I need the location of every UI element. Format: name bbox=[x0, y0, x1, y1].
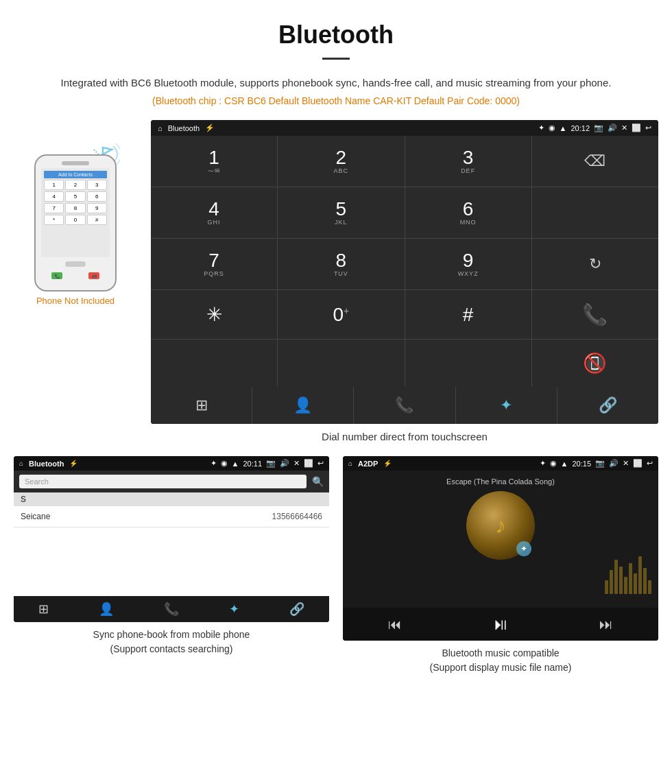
phone-speaker bbox=[62, 161, 89, 165]
ms-eq-bar-8 bbox=[638, 556, 642, 594]
phone-key-hash: # bbox=[87, 215, 107, 225]
dial-key-2[interactable]: 2 ABC bbox=[278, 136, 404, 187]
phone-key-star: * bbox=[44, 215, 64, 225]
call-icon[interactable]: 📞 bbox=[582, 302, 608, 326]
bluetooth-screen-label: Bluetooth bbox=[168, 124, 200, 132]
dial-key-hash[interactable]: # bbox=[405, 290, 531, 339]
pb-contact-name: Seicane bbox=[21, 512, 50, 521]
header-divider bbox=[322, 58, 350, 60]
phone-key-5: 5 bbox=[65, 191, 85, 202]
pb-nav-bt[interactable]: ✦ bbox=[229, 602, 239, 617]
dial-key-star[interactable]: ✳ bbox=[151, 290, 277, 339]
ms-next-icon[interactable]: ⏭ bbox=[599, 617, 613, 632]
ms-album-art: ♪ ✦ bbox=[466, 491, 535, 560]
status-left: ⌂ Bluetooth ⚡ bbox=[158, 123, 215, 132]
dial-grid: 1 ⁓✉ 2 ABC 3 DEF ⌫ 4 GHI bbox=[151, 136, 658, 387]
phone-key-9: 9 bbox=[87, 203, 107, 213]
signal-icon: ▲ bbox=[560, 124, 567, 132]
ms-bt-icon: ✦ bbox=[540, 459, 546, 468]
phone-key-4: 4 bbox=[44, 191, 64, 202]
dial-key-9[interactable]: 9 WXYZ bbox=[405, 239, 531, 289]
ms-vol-icon: 🔊 bbox=[609, 459, 619, 468]
nav-bluetooth[interactable]: ✦ bbox=[456, 387, 557, 424]
pb-status-bar: ⌂ Bluetooth ⚡ ✦ ◉ ▲ 20:11 📷 🔊 ✕ ⬜ ↩ bbox=[14, 456, 329, 471]
phone-key-1: 1 bbox=[44, 180, 64, 190]
pb-search-icon[interactable]: 🔍 bbox=[312, 476, 324, 487]
nav-dialpad[interactable]: ⊞ bbox=[151, 387, 252, 424]
camera-icon: 📷 bbox=[594, 123, 603, 132]
redial-icon: ↻ bbox=[589, 255, 601, 273]
volume-icon: 🔊 bbox=[608, 123, 617, 132]
dial-key-3[interactable]: 3 DEF bbox=[405, 136, 531, 187]
dial-backspace[interactable]: ⌫ bbox=[532, 136, 658, 187]
nav-settings[interactable]: 🔗 bbox=[557, 387, 658, 424]
phone-key-6: 6 bbox=[87, 191, 107, 202]
dial-key-0[interactable]: 0+ bbox=[278, 290, 404, 339]
dial-key-6[interactable]: 6 MNO bbox=[405, 187, 531, 238]
dial-key-4[interactable]: 4 GHI bbox=[151, 187, 277, 238]
phone-screen-header: Add to Contacts bbox=[44, 171, 107, 178]
close-icon: ✕ bbox=[621, 123, 627, 132]
phone-screen: Add to Contacts 1 2 3 4 5 6 7 8 9 * 0 # bbox=[41, 168, 110, 257]
dial-empty-1 bbox=[532, 187, 658, 238]
dial-end-call[interactable]: 📵 bbox=[532, 340, 658, 387]
dial-caption: Dial number direct from touchscreen bbox=[151, 424, 658, 456]
phone-key-2: 2 bbox=[65, 180, 85, 190]
dial-key-1[interactable]: 1 ⁓✉ bbox=[151, 136, 277, 187]
ms-sig-icon: ▲ bbox=[561, 460, 568, 468]
dial-screen: ⌂ Bluetooth ⚡ ✦ ◉ ▲ 20:12 📷 🔊 ✕ ⬜ ↩ bbox=[151, 120, 658, 424]
pb-nav-dialpad[interactable]: ⊞ bbox=[38, 602, 49, 617]
nav-contacts[interactable]: 👤 bbox=[252, 387, 353, 424]
pb-status-right: ✦ ◉ ▲ 20:11 📷 🔊 ✕ ⬜ ↩ bbox=[211, 459, 324, 468]
dial-key-5[interactable]: 5 JKL bbox=[278, 187, 404, 238]
ms-x-icon: ✕ bbox=[623, 459, 629, 468]
bluetooth-nav-icon: ✦ bbox=[500, 396, 512, 414]
dial-redial[interactable]: ↻ bbox=[532, 239, 658, 289]
bluetooth-icon-status: ✦ bbox=[538, 123, 544, 132]
status-right: ✦ ◉ ▲ 20:12 📷 🔊 ✕ ⬜ ↩ bbox=[538, 123, 651, 132]
pb-section-header: S bbox=[14, 492, 329, 506]
pb-x-icon: ✕ bbox=[293, 459, 300, 468]
pb-search-bar: Search 🔍 bbox=[14, 471, 329, 492]
ms-eq-bar-7 bbox=[634, 573, 637, 594]
dial-empty-2: 📞 bbox=[532, 290, 658, 339]
pb-status-left: ⌂ Bluetooth ⚡ bbox=[19, 460, 77, 468]
pb-bottom-nav: ⊞ 👤 📞 ✦ 🔗 bbox=[14, 596, 329, 622]
dial-screen-container: ⌂ Bluetooth ⚡ ✦ ◉ ▲ 20:12 📷 🔊 ✕ ⬜ ↩ bbox=[151, 120, 658, 456]
ms-caption-line1: Bluetooth music compatible bbox=[442, 648, 559, 658]
pb-nav-call[interactable]: 📞 bbox=[164, 602, 179, 617]
backspace-icon: ⌫ bbox=[584, 152, 605, 170]
description-text: Integrated with BC6 Bluetooth module, su… bbox=[0, 75, 672, 95]
ms-eq-bar-1 bbox=[605, 580, 608, 594]
home-icon: ⌂ bbox=[158, 124, 163, 132]
pb-contact-row[interactable]: Seicane 13566664466 bbox=[14, 506, 329, 527]
ms-eq-bar-4 bbox=[619, 567, 623, 594]
pb-time: 20:11 bbox=[243, 460, 262, 468]
pb-usb-icon: ⚡ bbox=[69, 460, 77, 467]
pb-empty-space bbox=[14, 527, 329, 596]
dial-key-8[interactable]: 8 TUV bbox=[278, 239, 404, 289]
ms-status-bar: ⌂ A2DP ⚡ ✦ ◉ ▲ 20:15 📷 🔊 ✕ ⬜ ↩ bbox=[343, 456, 658, 471]
pb-nav-person[interactable]: 👤 bbox=[99, 602, 114, 617]
pb-contact-number: 13566664466 bbox=[272, 512, 322, 521]
dial-empty-3 bbox=[151, 340, 277, 387]
phone-home-button bbox=[65, 261, 86, 267]
ms-content: Escape (The Pina Colada Song) ♪ ✦ bbox=[343, 471, 658, 608]
ms-status-right: ✦ ◉ ▲ 20:15 📷 🔊 ✕ ⬜ ↩ bbox=[540, 459, 653, 468]
ms-prev-icon[interactable]: ⏮ bbox=[388, 617, 402, 632]
pb-back-icon: ↩ bbox=[317, 459, 324, 468]
nav-calls[interactable]: 📞 bbox=[354, 387, 455, 424]
window-icon: ⬜ bbox=[632, 123, 641, 132]
page-header: Bluetooth bbox=[0, 0, 672, 75]
phone-keypad: 1 2 3 4 5 6 7 8 9 * 0 # bbox=[44, 180, 107, 225]
ms-play-icon[interactable]: ⏯ bbox=[492, 615, 509, 634]
pb-nav-link[interactable]: 🔗 bbox=[289, 602, 304, 617]
ms-eq-bar-2 bbox=[610, 570, 613, 594]
bluetooth-specs: (Bluetooth chip : CSR BC6 Default Blueto… bbox=[0, 95, 672, 120]
phone-section: Add to Contacts 1 2 3 4 5 6 7 8 9 * 0 # bbox=[14, 120, 137, 306]
pb-caption-line2: (Support contacts searching) bbox=[110, 643, 233, 654]
pb-bt-icon: ✦ bbox=[211, 459, 217, 468]
pb-search-placeholder[interactable]: Search bbox=[19, 475, 307, 488]
dial-key-7[interactable]: 7 PQRS bbox=[151, 239, 277, 289]
phonebook-box: ⌂ Bluetooth ⚡ ✦ ◉ ▲ 20:11 📷 🔊 ✕ ⬜ ↩ Sea bbox=[14, 456, 329, 675]
